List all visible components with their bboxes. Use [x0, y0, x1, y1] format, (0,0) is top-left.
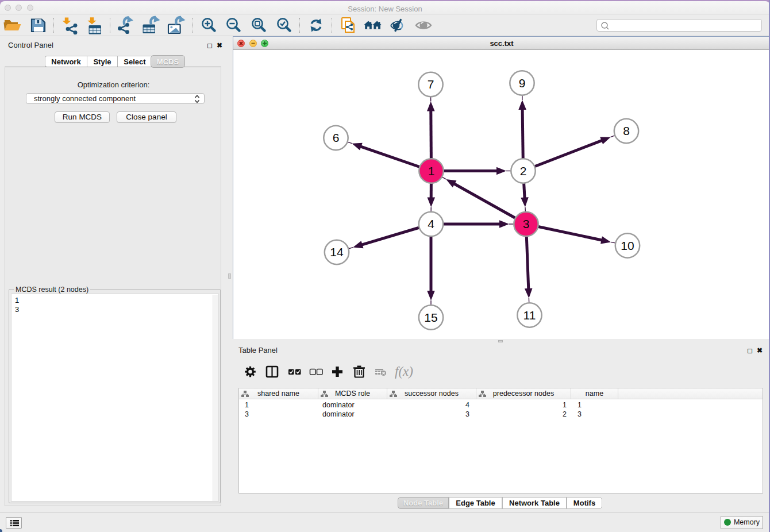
- svg-text:f(x): f(x): [395, 364, 413, 379]
- svg-text:14: 14: [330, 245, 344, 259]
- svg-text:6: 6: [333, 131, 340, 144]
- svg-text:10: 10: [621, 239, 634, 252]
- svg-text:9: 9: [519, 76, 526, 90]
- svg-text:15: 15: [424, 311, 437, 324]
- svg-text:4: 4: [428, 217, 434, 230]
- svg-text:1: 1: [428, 164, 435, 178]
- svg-text:8: 8: [623, 124, 630, 137]
- svg-text:7: 7: [428, 78, 434, 91]
- svg-text:3: 3: [523, 217, 530, 230]
- svg-text:2: 2: [520, 164, 527, 178]
- svg-text:11: 11: [523, 309, 536, 322]
